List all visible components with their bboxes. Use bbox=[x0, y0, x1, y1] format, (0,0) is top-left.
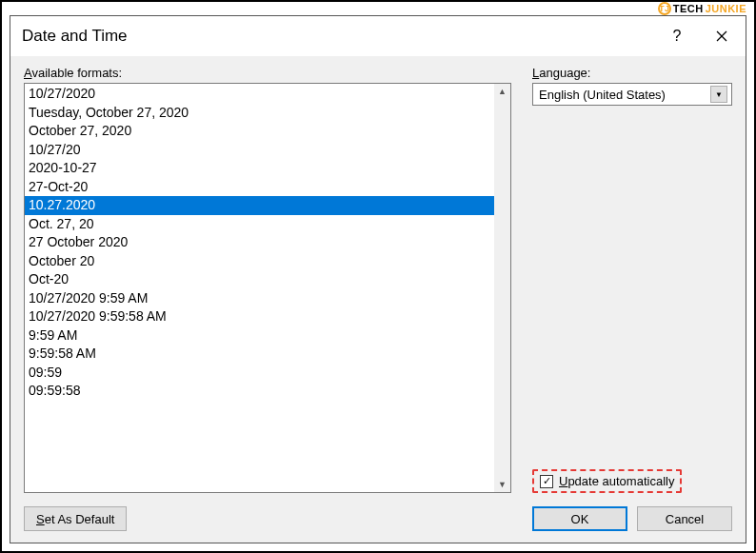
format-option[interactable]: 09:59 bbox=[25, 364, 494, 383]
titlebar: Date and Time ? bbox=[10, 16, 746, 56]
language-value: English (United States) bbox=[539, 88, 710, 102]
watermark-text-suffix: JUNKIE bbox=[706, 3, 746, 14]
update-automatically-highlight: ✓ Update automatically bbox=[532, 469, 682, 493]
dialog-title: Date and Time bbox=[22, 27, 667, 46]
format-option[interactable]: 9:59 AM bbox=[25, 326, 494, 346]
dialog-button-row: Set As Default OK Cancel bbox=[10, 501, 746, 543]
listbox-scrollbar[interactable]: ▲ ▼ bbox=[494, 84, 510, 492]
dropdown-button[interactable]: ▼ bbox=[710, 86, 727, 103]
scroll-up-icon[interactable]: ▲ bbox=[498, 87, 507, 96]
format-option[interactable]: 9:59:58 AM bbox=[25, 345, 494, 364]
format-option[interactable]: Oct-20 bbox=[25, 270, 494, 289]
close-icon bbox=[715, 30, 728, 43]
format-option[interactable]: Oct. 27, 20 bbox=[25, 215, 494, 234]
date-time-dialog: Date and Time ? Available formats: 10/27… bbox=[10, 15, 746, 543]
close-button[interactable] bbox=[715, 30, 734, 43]
update-automatically-label: Update automatically bbox=[559, 474, 674, 488]
format-option[interactable]: 10/27/20 bbox=[25, 141, 494, 160]
format-option[interactable]: 09:59:58 bbox=[25, 382, 494, 401]
formats-listbox[interactable]: 10/27/2020Tuesday, October 27, 2020Octob… bbox=[24, 83, 511, 493]
update-automatically-checkbox[interactable]: ✓ bbox=[540, 475, 553, 488]
ok-button[interactable]: OK bbox=[532, 506, 627, 531]
format-option[interactable]: October 27, 2020 bbox=[25, 122, 494, 141]
language-label: Language: bbox=[532, 66, 732, 80]
chevron-down-icon: ▼ bbox=[715, 90, 723, 99]
format-option[interactable]: 27-Oct-20 bbox=[25, 178, 494, 197]
watermark-icon: TJ bbox=[658, 2, 671, 15]
language-select[interactable]: English (United States) ▼ bbox=[532, 83, 732, 106]
format-option[interactable]: 10/27/2020 9:59:58 AM bbox=[25, 307, 494, 326]
watermark-brand: TJ TECHJUNKIE bbox=[658, 2, 746, 15]
scroll-down-icon[interactable]: ▼ bbox=[498, 480, 507, 489]
help-button[interactable]: ? bbox=[667, 28, 686, 45]
available-formats-label: Available formats: bbox=[24, 66, 511, 80]
format-option[interactable]: 10/27/2020 bbox=[25, 85, 494, 104]
format-option[interactable]: 27 October 2020 bbox=[25, 233, 494, 252]
format-option[interactable]: Tuesday, October 27, 2020 bbox=[25, 104, 494, 123]
screenshot-frame: TJ TECHJUNKIE Date and Time ? Available … bbox=[0, 0, 756, 553]
watermark-text-prefix: TECH bbox=[673, 3, 704, 14]
format-option[interactable]: 10.27.2020 bbox=[25, 196, 494, 215]
format-option[interactable]: 10/27/2020 9:59 AM bbox=[25, 289, 494, 308]
cancel-button[interactable]: Cancel bbox=[637, 506, 732, 531]
checkmark-icon: ✓ bbox=[543, 476, 551, 486]
format-option[interactable]: October 20 bbox=[25, 252, 494, 271]
set-as-default-button[interactable]: Set As Default bbox=[24, 506, 127, 531]
format-option[interactable]: 2020-10-27 bbox=[25, 159, 494, 178]
